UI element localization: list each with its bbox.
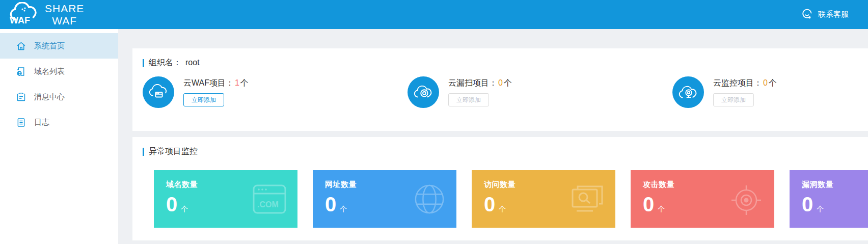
add-now-button[interactable]: 立即添加 bbox=[713, 93, 754, 106]
stat-value: 0 bbox=[166, 194, 177, 214]
title-accent-bar bbox=[143, 59, 144, 67]
brand: WAF SHARE WAF bbox=[8, 2, 84, 28]
dotcom-browser-icon: .COM bbox=[253, 183, 286, 217]
project-info: 云WAF项目：1个 立即添加 bbox=[183, 76, 249, 108]
stat-card-url-count: 网址数量 0 个 bbox=[313, 170, 456, 228]
project-info: 云监控项目：0个 立即添加 bbox=[713, 76, 777, 108]
sidebar-item-domain-list[interactable]: 域名列表 bbox=[0, 59, 118, 84]
stat-label: 漏洞数量 bbox=[802, 180, 868, 189]
projects-row: 云WAF项目：1个 立即添加 云漏扫项目：0个 bbox=[132, 68, 868, 108]
headset-icon bbox=[801, 8, 813, 22]
project-count: 1 bbox=[235, 78, 239, 87]
sidebar-item-system-home[interactable]: 系统首页 bbox=[0, 33, 118, 59]
organization-name: root bbox=[185, 58, 200, 67]
brand-name: SHARE WAF bbox=[45, 3, 84, 26]
add-now-button[interactable]: 立即添加 bbox=[448, 93, 489, 106]
sidebar-item-label: 系统首页 bbox=[34, 41, 65, 51]
project-name: 云漏扫项目： bbox=[448, 78, 497, 87]
svg-text:WAF: WAF bbox=[10, 15, 30, 25]
abnormal-monitor-title-text: 异常项目监控 bbox=[149, 146, 198, 157]
project-count: 0 bbox=[763, 78, 768, 87]
contact-support-button[interactable]: 联系客服 bbox=[801, 8, 849, 22]
stat-value: 0 bbox=[484, 194, 495, 214]
stat-unit: 个 bbox=[658, 205, 665, 214]
cloud-waf-icon bbox=[143, 76, 174, 108]
project-name: 云WAF项目： bbox=[183, 78, 234, 87]
sidebar-item-label: 消息中心 bbox=[34, 92, 65, 102]
message-center-icon bbox=[15, 91, 26, 102]
project-unit: 个 bbox=[769, 78, 777, 87]
globe-icon bbox=[414, 183, 445, 217]
sidebar-item-label: 域名列表 bbox=[34, 67, 65, 76]
cloud-scan-icon bbox=[408, 76, 439, 108]
svg-text:.COM: .COM bbox=[257, 200, 279, 209]
sidebar-item-label: 日志 bbox=[34, 118, 49, 127]
waf-cloud-logo-icon: WAF bbox=[8, 2, 41, 28]
sidebar-item-logs[interactable]: 日志 bbox=[0, 110, 118, 135]
home-icon bbox=[15, 40, 26, 51]
stats-row: 域名数量 0 个 .COM 网址数量 bbox=[154, 170, 868, 228]
project-cloud-monitor: 云监控项目：0个 立即添加 bbox=[672, 76, 868, 108]
stat-unit: 个 bbox=[340, 205, 347, 214]
stat-card-vulnerability-count: 漏洞数量 0 个 bbox=[790, 170, 868, 228]
project-cloud-scan: 云漏扫项目：0个 立即添加 bbox=[408, 76, 672, 108]
project-count: 0 bbox=[498, 78, 503, 87]
stat-card-attack-count: 攻击数量 0 个 bbox=[631, 170, 774, 228]
project-label: 云漏扫项目：0个 bbox=[448, 78, 512, 89]
project-label: 云监控项目：0个 bbox=[713, 78, 777, 89]
organization-label: 组织名： bbox=[149, 58, 181, 67]
organization-title: 组织名：root bbox=[132, 48, 868, 68]
cloud-monitor-icon bbox=[672, 76, 704, 108]
stat-card-domain-count: 域名数量 0 个 .COM bbox=[154, 170, 297, 228]
app-header: WAF SHARE WAF 联系客服 bbox=[0, 0, 868, 29]
main-content: 组织名：root 云WAF项目：1个 bbox=[118, 29, 868, 244]
stat-value: 0 bbox=[325, 194, 336, 214]
stat-number-row: 0 个 bbox=[802, 194, 868, 214]
project-unit: 个 bbox=[504, 78, 512, 87]
stat-value: 0 bbox=[802, 194, 813, 214]
stat-unit: 个 bbox=[817, 205, 824, 214]
brand-line1: SHARE bbox=[45, 3, 84, 15]
sidebar-item-message-center[interactable]: 消息中心 bbox=[0, 84, 118, 110]
stat-unit: 个 bbox=[181, 205, 188, 214]
project-label: 云WAF项目：1个 bbox=[183, 78, 249, 89]
add-now-button[interactable]: 立即添加 bbox=[183, 93, 224, 106]
title-accent-bar bbox=[143, 148, 144, 156]
abnormal-monitor-card: 异常项目监控 域名数量 0 个 .COM bbox=[132, 137, 868, 240]
stat-card-visit-count: 访问数量 0 个 bbox=[472, 170, 615, 228]
page-body: 系统首页 域名列表 消息中心 bbox=[0, 29, 868, 244]
project-unit: 个 bbox=[240, 78, 249, 87]
project-cloud-waf: 云WAF项目：1个 立即添加 bbox=[143, 76, 408, 108]
brand-line2: WAF bbox=[45, 15, 84, 27]
project-name: 云监控项目： bbox=[713, 78, 762, 87]
organization-title-text: 组织名：root bbox=[149, 58, 200, 68]
sidebar: 系统首页 域名列表 消息中心 bbox=[0, 29, 118, 244]
contact-support-label: 联系客服 bbox=[818, 10, 849, 19]
project-info: 云漏扫项目：0个 立即添加 bbox=[448, 76, 512, 108]
organization-card: 组织名：root 云WAF项目：1个 bbox=[132, 48, 868, 131]
stat-value: 0 bbox=[643, 194, 654, 214]
stat-unit: 个 bbox=[499, 205, 506, 214]
domain-list-icon bbox=[15, 66, 26, 77]
abnormal-monitor-title: 异常项目监控 bbox=[132, 137, 868, 157]
screen-search-icon bbox=[571, 183, 604, 216]
crosshair-target-icon bbox=[729, 183, 763, 219]
log-icon bbox=[15, 117, 26, 128]
